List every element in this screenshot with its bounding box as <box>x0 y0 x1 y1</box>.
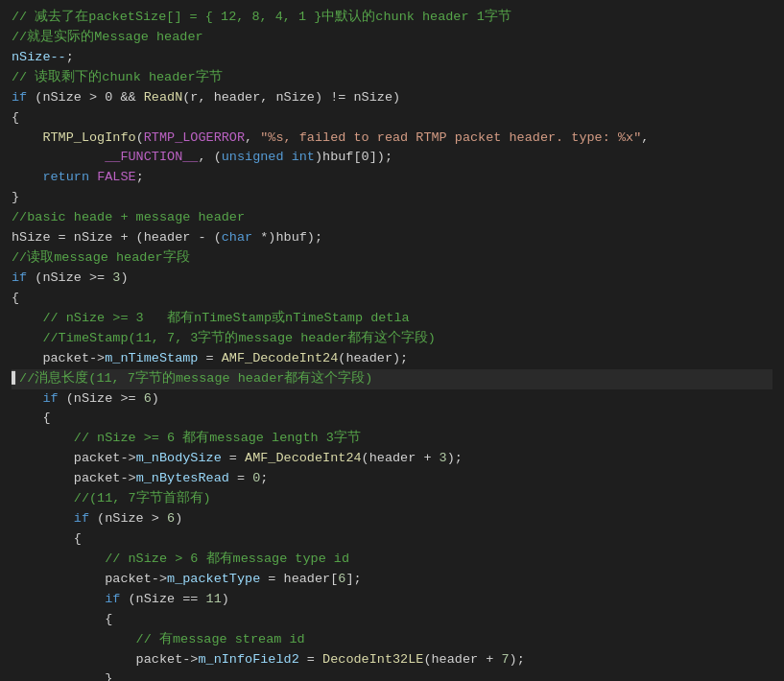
code-token: ]; <box>345 572 361 586</box>
code-token: // nSize > 6 都有message type id <box>12 552 349 566</box>
code-line: } <box>12 188 772 208</box>
code-token: ReadN <box>144 90 183 105</box>
code-token: } <box>12 190 19 204</box>
code-token: // nSize >= 6 都有message length 3字节 <box>12 431 361 445</box>
code-token: (r, header, nSize) != nSize) <box>182 90 400 105</box>
code-token: (nSize >= <box>59 391 144 406</box>
code-token: ) <box>152 391 159 406</box>
code-content: // 减去了在packetSize[] = { 12, 8, 4, 1 }中默认… <box>12 8 772 681</box>
code-token: , <box>641 130 649 145</box>
code-token: ); <box>510 652 525 667</box>
code-line: // 有message stream id <box>12 630 772 650</box>
code-line: packet->m_nTimeStamp = AMF_DecodeInt24(h… <box>12 349 772 369</box>
code-line: //(11, 7字节首部有) <box>12 489 772 509</box>
code-token: { <box>12 531 82 546</box>
code-line: { <box>12 289 772 309</box>
code-token: ); <box>447 451 463 465</box>
code-line: { <box>12 108 772 129</box>
code-token: ; <box>260 471 268 485</box>
code-token: m_packetType <box>167 572 260 586</box>
code-token: if <box>12 90 27 105</box>
code-token: = <box>299 652 322 667</box>
code-token: AMF_DecodeInt24 <box>245 451 362 465</box>
code-token: *)hbuf); <box>252 230 322 245</box>
code-line: packet->m_nBytesRead = 0; <box>12 469 772 489</box>
code-token <box>12 511 74 526</box>
code-token: //读取message header字段 <box>12 250 190 265</box>
code-token: hSize = nSize + (header - ( <box>12 230 222 245</box>
code-line: // 减去了在packetSize[] = { 12, 8, 4, 1 }中默认… <box>12 8 772 28</box>
code-token: ) <box>175 511 182 526</box>
code-token: RTMP_LogInfo <box>42 130 135 145</box>
code-token: 6 <box>167 511 175 526</box>
code-token: , ( <box>198 150 221 164</box>
code-token: (header); <box>338 351 408 365</box>
code-line: //读取message header字段 <box>12 248 772 269</box>
code-token: = header[ <box>260 572 338 586</box>
code-line: RTMP_LogInfo(RTMP_LOGERROR, "%s, failed … <box>12 129 772 149</box>
code-token: m_nBodySize <box>136 451 222 465</box>
code-token: if <box>74 511 89 526</box>
code-token: , <box>245 130 260 145</box>
code-line: packet->m_packetType = header[6]; <box>12 570 772 590</box>
code-line: { <box>12 529 772 550</box>
code-line: if (nSize >= 3) <box>12 269 772 289</box>
code-token: { <box>12 411 51 425</box>
code-token: // 减去了在packetSize[] = { 12, 8, 4, 1 }中默认… <box>12 10 511 24</box>
code-token: } <box>12 671 112 681</box>
code-token: ; <box>136 170 144 184</box>
code-token <box>12 170 42 184</box>
code-line: } <box>12 669 772 681</box>
code-line: //basic heade + message header <box>12 208 772 228</box>
code-token <box>12 391 42 406</box>
code-token: if <box>42 391 58 406</box>
code-token: // nSize >= 3 都有nTimeStamp或nTimeStamp de… <box>12 311 410 325</box>
code-token: packet-> <box>12 471 136 485</box>
code-token: if <box>12 270 27 285</box>
code-token: 7 <box>501 652 509 667</box>
code-token: 11 <box>206 592 222 606</box>
code-line: // 读取剩下的chunk header字节 <box>12 68 772 88</box>
code-token: m_nInfoField2 <box>198 652 298 667</box>
code-line: packet->m_nBodySize = AMF_DecodeInt24(he… <box>12 449 772 469</box>
code-token: ( <box>136 130 144 145</box>
code-token: __FUNCTION__ <box>105 150 198 164</box>
code-token: return <box>42 170 89 184</box>
code-token: )hbuf[0]); <box>315 150 392 164</box>
code-line: if (nSize == 11) <box>12 590 772 610</box>
code-line: if (nSize >= 6) <box>12 389 772 410</box>
code-token: { <box>12 291 19 305</box>
code-token <box>12 592 105 606</box>
code-token: //(11, 7字节首部有) <box>12 491 211 505</box>
code-token: ) <box>120 270 128 285</box>
code-token: { <box>12 110 19 125</box>
code-token: unsigned int <box>222 150 315 164</box>
code-line: // nSize >= 6 都有message length 3字节 <box>12 429 772 449</box>
code-line: //TimeStamp(11, 7, 3字节的message header都有这… <box>12 329 772 349</box>
code-line: return FALSE; <box>12 168 772 188</box>
code-token: m_nBytesRead <box>136 471 229 485</box>
code-token: packet-> <box>12 652 198 667</box>
code-line: hSize = nSize + (header - (char *)hbuf); <box>12 228 772 248</box>
code-token: (header + <box>362 451 440 465</box>
code-token: { <box>12 612 112 626</box>
code-token: (nSize > 0 && <box>27 90 144 105</box>
code-token: 6 <box>144 391 152 406</box>
code-line: ▌//消息长度(11, 7字节的message header都有这个字段) <box>12 369 772 389</box>
code-line: if (nSize > 0 && ReadN(r, header, nSize)… <box>12 88 772 108</box>
code-token: (nSize > <box>89 511 167 526</box>
code-line: nSize--; <box>12 48 772 68</box>
code-token: = <box>222 451 245 465</box>
code-line: packet->m_nInfoField2 = DecodeInt32LE(he… <box>12 650 772 670</box>
code-token: nSize-- <box>12 50 66 64</box>
code-token <box>12 150 105 164</box>
code-token: FALSE <box>97 170 136 184</box>
code-token: = <box>198 351 221 365</box>
code-token: = <box>229 471 252 485</box>
code-token: "%s, failed to read RTMP packet header. … <box>260 130 641 145</box>
code-token: AMF_DecodeInt24 <box>222 351 339 365</box>
code-line: //就是实际的Message header <box>12 28 772 48</box>
code-token: RTMP_LOGERROR <box>144 130 245 145</box>
code-line: // nSize > 6 都有message type id <box>12 550 772 570</box>
code-token: ) <box>222 592 229 606</box>
